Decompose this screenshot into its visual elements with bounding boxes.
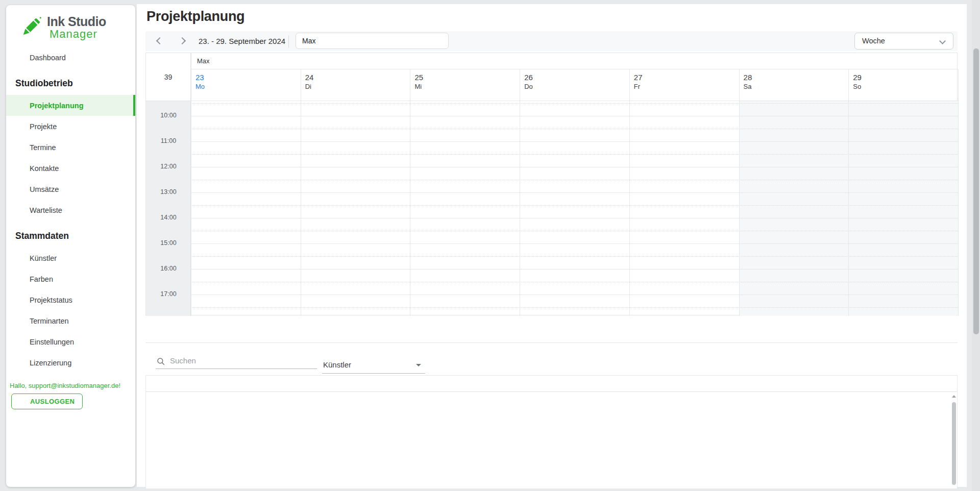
sidebar-item-label: Termine: [30, 143, 56, 152]
toolbar-divider: [288, 35, 289, 47]
next-week-button[interactable]: [172, 31, 192, 51]
sidebar-section-title: Studiobetrieb: [6, 68, 135, 95]
half-hour-line: [191, 103, 958, 104]
view-select-value: Woche: [862, 37, 885, 45]
sidebar-item-farben[interactable]: Farben: [6, 268, 135, 289]
sidebar-item-label: Warteliste: [30, 206, 62, 214]
brand-line1: Ink Studio: [47, 15, 106, 28]
sidebar-nav: Studiobetrieb Projektplanung Projekte Te…: [6, 68, 135, 373]
week-number-cell: 39: [146, 53, 191, 101]
day-header-cell[interactable]: 25 Mi: [410, 69, 520, 101]
half-hour-line: [191, 256, 958, 257]
sidebar-item-dashboard[interactable]: Dashboard: [6, 47, 135, 68]
person-icon: [13, 253, 23, 263]
half-hour-line: [191, 205, 958, 206]
day-header-cell[interactable]: 27 Fr: [629, 69, 739, 101]
sidebar-item-projekte[interactable]: Projekte: [6, 116, 135, 137]
search-input[interactable]: [156, 354, 317, 369]
half-hour-line: [191, 282, 958, 282]
time-label: 10:00: [146, 112, 191, 120]
column-line: [520, 69, 520, 316]
date-range-label: 23. - 29. September 2024: [199, 37, 285, 45]
time-label: 14:00: [146, 214, 191, 222]
bubbles-icon: [13, 295, 23, 305]
artist-select[interactable]: Künstler: [322, 358, 425, 374]
day-number: 23: [195, 73, 301, 82]
weekend-shading: [848, 101, 958, 316]
sidebar-item-terminarten[interactable]: Terminarten: [6, 310, 135, 331]
day-abbreviation: Di: [305, 82, 410, 91]
sidebar-item-label: Kontakte: [30, 164, 59, 173]
calendar-icon: [13, 142, 23, 153]
sidebar-item-einstellungen[interactable]: Einstellungen: [6, 331, 135, 352]
sidebar-item-label: Projekte: [30, 122, 57, 131]
day-header-cell[interactable]: 26 Do: [520, 69, 629, 101]
time-label: 17:00: [146, 290, 191, 299]
logout-button[interactable]: AUSLOGGEN: [11, 394, 83, 409]
column-line: [739, 69, 740, 316]
chevron-right-icon: [179, 37, 186, 44]
day-abbreviation: So: [853, 82, 958, 91]
view-select[interactable]: Woche: [854, 33, 953, 50]
day-number: 25: [414, 73, 520, 82]
page-scrollbar-thumb[interactable]: [973, 48, 979, 334]
bubbles-icon: [13, 316, 23, 326]
chart-icon: [13, 184, 23, 194]
logout-icon: [17, 397, 26, 406]
sidebar-item-kontakte[interactable]: Kontakte: [6, 158, 135, 179]
tattoo-pen-icon: [19, 15, 43, 39]
column-line: [958, 69, 959, 316]
half-hour-line: [191, 307, 958, 308]
hour-line: [191, 243, 958, 244]
time-label: 11:00: [146, 137, 191, 145]
sidebar-item-projektstatus[interactable]: Projektstatus: [6, 289, 135, 310]
chevron-down-icon: [939, 38, 946, 44]
day-header-cell[interactable]: 24 Di: [301, 69, 410, 101]
day-header-cell[interactable]: 23 Mo: [191, 69, 301, 101]
half-hour-line: [191, 129, 958, 129]
page-scrollbar[interactable]: [972, 0, 980, 491]
day-header-cell[interactable]: 29 So: [848, 69, 958, 101]
table-scrollbar-thumb[interactable]: [952, 402, 956, 485]
sidebar-item-warteliste[interactable]: Warteliste: [6, 200, 135, 220]
contacts-table: [145, 375, 958, 488]
hour-line: [191, 141, 958, 142]
home-icon: [13, 53, 23, 63]
hourglass-icon: [13, 205, 23, 215]
sidebar-item-umsaetze[interactable]: Umsätze: [6, 179, 135, 200]
dropdown-arrow-icon: [416, 364, 421, 366]
bottom-tabbar: [145, 321, 958, 343]
sidebar-item-label: Umsätze: [30, 185, 59, 193]
sidebar-item-label: Künstler: [30, 254, 57, 262]
chevron-left-icon: [156, 37, 163, 44]
sidebar-item-termine[interactable]: Termine: [6, 137, 135, 158]
column-line: [629, 69, 630, 316]
hour-line: [191, 218, 958, 218]
half-hour-line: [191, 180, 958, 180]
sidebar-item-kuenstler[interactable]: Künstler: [6, 248, 135, 268]
sidebar-section-title: Stammdaten: [6, 220, 135, 248]
table-scrollbar: [951, 393, 957, 488]
artist-filter-input[interactable]: [296, 33, 449, 49]
hour-line: [191, 269, 958, 269]
logout-label: AUSLOGGEN: [30, 398, 75, 405]
tasks-icon: [13, 121, 23, 132]
page-title: Projektplanung: [146, 9, 244, 24]
hour-line: [191, 294, 958, 295]
previous-week-button[interactable]: [150, 31, 170, 51]
scheduler-toolbar: 23. - 29. September 2024 Woche: [145, 31, 958, 51]
time-label: 16:00: [146, 265, 191, 273]
sidebar-item-label: Lizenzierung: [30, 359, 71, 367]
time-label: 12:00: [146, 163, 191, 171]
column-line: [848, 69, 849, 316]
sidebar-item-projektplanung[interactable]: Projektplanung: [6, 95, 135, 116]
key-icon: [13, 358, 23, 368]
scroll-up-arrow-icon[interactable]: [952, 395, 956, 398]
sidebar-item-label: Farben: [30, 275, 53, 283]
gear-icon: [13, 337, 23, 347]
half-hour-line: [191, 231, 958, 231]
sidebar-item-label: Projektplanung: [30, 102, 84, 110]
sidebar-item-lizenzierung[interactable]: Lizenzierung: [6, 352, 135, 373]
hour-line: [191, 167, 958, 167]
day-header-cell[interactable]: 28 Sa: [739, 69, 849, 101]
